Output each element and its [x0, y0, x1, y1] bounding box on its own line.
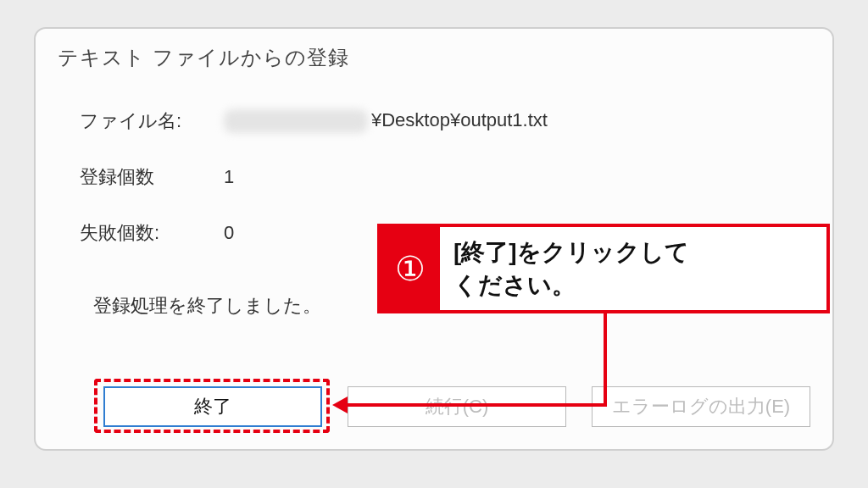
registered-count-row: 登録個数 1	[80, 164, 798, 190]
status-message: 登録処理を終了しました。	[93, 293, 321, 319]
failed-count-value: 0	[224, 222, 234, 244]
file-name-label: ファイル名:	[80, 108, 224, 134]
button-row: 終了 続行(C) エラーログの出力(E)	[103, 386, 810, 427]
failed-count-label: 失敗個数:	[80, 220, 224, 246]
instruction-callout: ① [終了]をクリックして ください。	[377, 224, 830, 313]
redacted-path-prefix	[224, 109, 368, 133]
registered-count-label: 登録個数	[80, 164, 224, 190]
annotation-leader-vertical	[604, 310, 607, 407]
file-name-row: ファイル名: ¥Desktop¥output1.txt	[80, 108, 798, 134]
dialog-title: テキスト ファイルからの登録	[58, 44, 349, 71]
finish-button[interactable]: 終了	[103, 386, 322, 427]
file-name-value: ¥Desktop¥output1.txt	[224, 109, 548, 133]
annotation-arrowhead-icon	[332, 396, 348, 413]
annotation-leader-horizontal	[346, 403, 607, 407]
file-path-suffix: ¥Desktop¥output1.txt	[371, 109, 548, 130]
registered-count-value: 1	[224, 166, 234, 188]
continue-button[interactable]: 続行(C)	[348, 386, 566, 427]
instruction-text: [終了]をクリックして ください。	[440, 227, 708, 310]
export-error-log-button[interactable]: エラーログの出力(E)	[592, 386, 810, 427]
step-number-badge: ①	[381, 227, 440, 310]
